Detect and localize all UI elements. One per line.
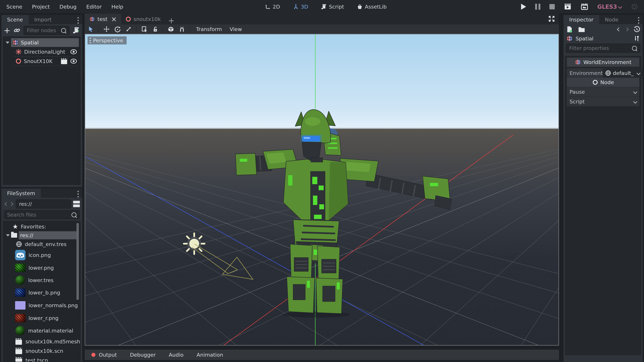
nav-back-icon[interactable] [4, 202, 8, 206]
menu-debug[interactable]: Debug [60, 4, 77, 10]
play-custom-scene-button[interactable] [580, 3, 588, 10]
collapse-caret-icon[interactable] [6, 234, 10, 237]
path-input[interactable] [16, 199, 71, 209]
file-row[interactable]: test.tscn [3, 356, 80, 362]
file-row[interactable]: snoutx10k.scn [3, 346, 80, 356]
load-resource-folder-icon[interactable] [578, 26, 585, 33]
favorites-row[interactable]: ★ Favorites: [3, 222, 80, 231]
search-files-input[interactable] [4, 210, 80, 219]
move-tool-icon[interactable] [103, 26, 110, 32]
node-circle-icon [126, 16, 131, 22]
file-row[interactable]: lower_b.png [3, 286, 80, 299]
add-node-button[interactable]: + [4, 26, 10, 34]
history-forward-icon[interactable] [625, 27, 629, 31]
node-name: DirectionalLight [24, 49, 65, 55]
mode-script-button[interactable]: Script [321, 4, 344, 10]
chevron-down-icon [633, 99, 637, 104]
tree-node-spatial[interactable]: Spatial [3, 38, 80, 47]
mode-3d-button[interactable]: 3D [293, 4, 308, 10]
split-view-icon[interactable] [73, 201, 80, 207]
file-row[interactable]: default_env.tres [3, 240, 80, 249]
collapse-caret-icon[interactable] [6, 41, 10, 44]
instance-scene-icon[interactable] [14, 27, 20, 34]
tab-output[interactable]: Output [99, 352, 117, 358]
tree-node-directionallight[interactable]: DirectionalLight [3, 47, 80, 56]
texture-thumbnail [15, 301, 26, 310]
file-row[interactable]: lower_normals.png [3, 299, 80, 312]
file-row[interactable]: lower_r.png [3, 312, 80, 325]
menu-help[interactable]: Help [111, 4, 123, 10]
folder-name: res:// [20, 232, 33, 238]
play-scene-button[interactable] [564, 3, 572, 10]
filter-properties-input[interactable] [566, 43, 640, 53]
file-row[interactable]: snoutx10k.md5mesh [3, 337, 80, 346]
play-button[interactable] [521, 4, 526, 10]
category-node[interactable]: Node [567, 78, 639, 87]
attach-script-button[interactable] [72, 27, 80, 34]
tab-import[interactable]: Import [29, 15, 57, 24]
file-name: lower_r.png [28, 315, 58, 321]
unlock-icon[interactable] [152, 26, 158, 32]
list-select-tool-icon[interactable] [141, 26, 148, 32]
history-back-icon[interactable] [617, 27, 621, 31]
nav-forward-icon[interactable] [9, 202, 13, 206]
scrollbar[interactable] [76, 223, 79, 300]
renderer-dropdown[interactable]: GLES3 [598, 3, 622, 10]
tab-scene[interactable]: Scene [1, 15, 29, 24]
object-tools-icon[interactable] [633, 35, 640, 42]
scene-tab-test[interactable]: test × [85, 14, 121, 24]
snap-magnet-icon[interactable] [178, 26, 185, 32]
scene-tab-snoutx10k[interactable]: snoutx10k [121, 14, 165, 24]
stop-button[interactable] [550, 4, 555, 9]
environment-resource-dropdown[interactable]: default_ [603, 68, 642, 78]
visibility-eye-icon[interactable] [70, 49, 77, 54]
dock-menu-icon[interactable] [78, 191, 79, 197]
tree-node-snoutx10k[interactable]: SnoutX10K [3, 57, 80, 66]
tab-node[interactable]: Node [599, 15, 624, 24]
file-name: default_env.tres [25, 241, 66, 247]
tab-animation[interactable]: Animation [196, 352, 223, 358]
visibility-eye-icon[interactable] [70, 58, 77, 64]
tab-audio[interactable]: Audio [169, 352, 184, 358]
close-icon[interactable]: × [111, 16, 117, 22]
transform-menu[interactable]: Transform [194, 26, 224, 32]
bottom-panel-bar: Output Debugger Audio Animation [85, 350, 559, 360]
tab-debugger[interactable]: Debugger [130, 352, 156, 358]
file-row[interactable]: lower.png [3, 261, 80, 274]
scene-instance-icon[interactable] [61, 59, 67, 64]
perspective-menu[interactable]: Perspective [88, 36, 126, 44]
group-mesh-icon[interactable] [168, 26, 174, 32]
mode-assetlib-button[interactable]: AssetLib [357, 4, 386, 10]
section-pause[interactable]: Pause [567, 87, 639, 96]
menu-project[interactable]: Project [32, 4, 50, 10]
rotate-tool-icon[interactable] [114, 26, 121, 32]
tab-inspector[interactable]: Inspector [564, 15, 599, 24]
tab-filesystem[interactable]: FileSystem [1, 189, 41, 198]
viewport-3d[interactable]: Perspective [85, 34, 559, 346]
view-menu[interactable]: View [228, 26, 244, 32]
file-row[interactable]: icon.png [3, 249, 80, 261]
viewport-toolbar: Transform View [85, 24, 559, 34]
select-tool-icon[interactable] [88, 26, 94, 32]
scale-tool-icon[interactable] [125, 26, 132, 32]
pause-button[interactable] [535, 4, 540, 10]
directional-light-icon [16, 49, 22, 55]
spatial-node-icon [566, 35, 573, 42]
new-resource-icon[interactable] [566, 26, 573, 33]
dock-menu-icon[interactable] [78, 17, 79, 24]
filesystem-search-row [1, 210, 82, 221]
main-menus: Scene Project Debug Editor Help [0, 4, 123, 10]
menu-scene[interactable]: Scene [6, 4, 22, 10]
expand-viewport-icon[interactable] [548, 15, 555, 22]
mode-2d-button[interactable]: 2D [265, 4, 280, 10]
new-scene-tab-button[interactable]: + [165, 17, 178, 24]
assetlib-icon [357, 4, 363, 10]
dock-menu-icon[interactable] [638, 17, 639, 24]
file-row[interactable]: material.material [3, 325, 80, 337]
file-row[interactable]: lower.tres [3, 274, 80, 286]
category-worldenvironment[interactable]: WorldEnvironment [567, 58, 639, 67]
root-folder-row[interactable]: res:// [3, 231, 80, 240]
history-clock-icon[interactable] [633, 26, 640, 33]
menu-editor[interactable]: Editor [86, 4, 102, 10]
section-script[interactable]: Script [567, 96, 639, 106]
